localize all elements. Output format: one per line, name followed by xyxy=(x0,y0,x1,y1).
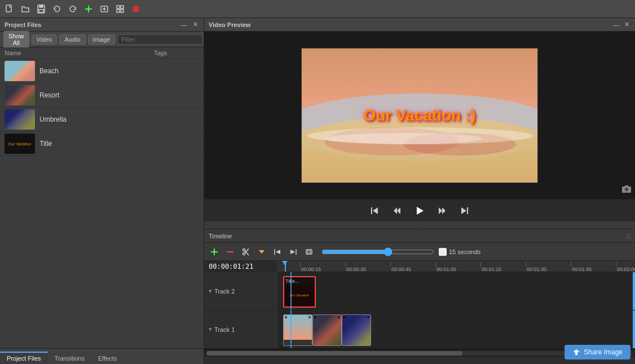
redo-icon[interactable] xyxy=(67,3,79,15)
track-row: ▾ Track 1 xyxy=(204,310,635,349)
svg-marker-24 xyxy=(397,207,400,214)
list-item[interactable]: Beach xyxy=(0,59,204,83)
undo-icon[interactable] xyxy=(51,3,63,15)
timeline-header: Timeline □ xyxy=(204,229,635,243)
column-tags-header: Tags xyxy=(154,50,199,56)
rewind-button[interactable] xyxy=(389,203,405,219)
list-item[interactable]: Umbrella xyxy=(0,108,204,132)
ruler-mark: 00:01:00 xyxy=(435,261,456,272)
track2-name: Track 2 xyxy=(214,288,235,295)
svg-rect-31 xyxy=(211,251,218,252)
track1-collapse-icon[interactable]: ▾ xyxy=(209,326,212,333)
title-clip-preview: Our Vacation xyxy=(284,285,315,305)
fast-forward-button[interactable] xyxy=(434,203,450,219)
file-list-header: Name Tags xyxy=(0,47,204,59)
column-name-header: Name xyxy=(5,50,154,56)
panel-pin-icon[interactable]: ― xyxy=(180,21,188,29)
filter-input[interactable] xyxy=(117,34,203,45)
title-clip-label: Title... xyxy=(284,277,315,285)
svg-marker-39 xyxy=(276,250,280,254)
track1-content xyxy=(277,310,635,348)
camera-snapshot-button[interactable] xyxy=(621,185,632,196)
playhead-marker xyxy=(281,261,288,265)
video-preview-panel: Video Preview ― ✕ xyxy=(204,18,635,221)
svg-marker-37 xyxy=(259,250,264,254)
ruler-mark: 00:01:30 xyxy=(526,261,546,272)
project-files-title: Project Files xyxy=(5,21,177,28)
scrollbar-thumb[interactable] xyxy=(206,351,462,356)
new-file-icon[interactable] xyxy=(3,3,16,15)
svg-point-11 xyxy=(133,6,139,12)
svg-rect-28 xyxy=(467,207,468,214)
beach-thumbnail xyxy=(5,61,35,81)
file-name-umbrella: Umbrella xyxy=(39,116,199,123)
svg-rect-42 xyxy=(306,250,312,254)
effects-icon[interactable] xyxy=(114,3,126,15)
svg-marker-25 xyxy=(417,207,424,215)
panel-close-icon[interactable]: ✕ xyxy=(191,21,199,29)
resize-handle[interactable]: ····· xyxy=(204,221,635,229)
panel-tabs: Project Files Transitions Effects xyxy=(0,348,204,364)
zoom-value: 15 seconds xyxy=(449,248,480,255)
preview-pin-icon[interactable]: ― xyxy=(612,21,620,29)
video-preview-header: Video Preview ― ✕ xyxy=(204,18,635,32)
tab-transitions[interactable]: Transitions xyxy=(48,352,91,364)
umbrella-clip[interactable] xyxy=(342,314,371,346)
audio-filter-button[interactable]: Audio xyxy=(59,34,85,45)
next-marker-button[interactable] xyxy=(286,245,300,259)
svg-marker-27 xyxy=(442,207,446,214)
ruler-mark: 00:01:15 xyxy=(480,261,501,272)
save-file-icon[interactable] xyxy=(35,3,47,15)
image-filter-button[interactable]: Image xyxy=(88,34,116,45)
track1-label: ▾ Track 1 xyxy=(204,310,277,348)
video-filter-button[interactable]: Video xyxy=(32,34,58,45)
tab-project-files[interactable]: Project Files xyxy=(0,352,48,364)
snap-button[interactable] xyxy=(302,245,316,259)
title-clip-icon[interactable] xyxy=(98,3,111,15)
svg-marker-29 xyxy=(461,207,466,214)
timeline-collapse-icon[interactable]: □ xyxy=(627,233,630,239)
svg-line-35 xyxy=(245,248,249,253)
resort-clip[interactable] xyxy=(312,314,342,346)
zoom-slider[interactable] xyxy=(321,247,434,256)
file-name-beach: Beach xyxy=(39,67,199,75)
video-background: Our Vacation :) xyxy=(302,48,537,183)
list-item[interactable]: Our Vacation Title xyxy=(0,132,204,156)
prev-marker-button[interactable] xyxy=(271,245,284,259)
beach-clip[interactable] xyxy=(283,314,312,346)
open-file-icon[interactable] xyxy=(19,3,32,15)
remove-track-button[interactable] xyxy=(223,245,237,259)
track1-right-edge xyxy=(633,310,635,348)
skip-to-start-button[interactable] xyxy=(367,203,382,219)
down-arrow-button[interactable] xyxy=(255,245,268,259)
svg-rect-3 xyxy=(39,10,43,12)
title-clip[interactable]: Title... Our Vacation xyxy=(283,276,316,308)
svg-marker-23 xyxy=(394,207,397,214)
track2-right-edge xyxy=(633,272,635,310)
right-panel: Video Preview ― ✕ xyxy=(204,18,635,364)
video-overlay-text: Our Vacation :) xyxy=(363,106,475,125)
top-toolbar xyxy=(0,0,635,18)
cut-button[interactable] xyxy=(239,245,253,259)
zoom-box-icon xyxy=(439,248,447,256)
playhead[interactable] xyxy=(285,261,286,272)
share-button-label: Share Image xyxy=(584,348,623,356)
list-item[interactable]: Resort xyxy=(0,83,204,108)
main-area: Project Files ― ✕ Show All Video Audio I… xyxy=(0,18,635,364)
show-all-button[interactable]: Show All xyxy=(3,31,29,48)
play-button[interactable] xyxy=(412,203,427,219)
add-track-button[interactable] xyxy=(208,245,221,259)
file-name-title: Title xyxy=(39,140,199,148)
timeline-panel: Timeline □ xyxy=(204,229,635,364)
file-name-resort: Resort xyxy=(39,91,199,99)
svg-rect-32 xyxy=(227,251,233,252)
ruler-mark: 00:00:15 xyxy=(300,261,321,272)
preview-close-icon[interactable]: ✕ xyxy=(623,21,630,29)
skip-to-end-button[interactable] xyxy=(457,203,473,219)
add-clip-icon[interactable] xyxy=(82,3,95,15)
tab-effects[interactable]: Effects xyxy=(91,352,124,364)
share-image-button[interactable]: Share Image xyxy=(565,345,630,359)
track2-collapse-icon[interactable]: ▾ xyxy=(209,287,212,295)
svg-line-36 xyxy=(245,251,249,255)
record-icon[interactable] xyxy=(130,3,142,15)
